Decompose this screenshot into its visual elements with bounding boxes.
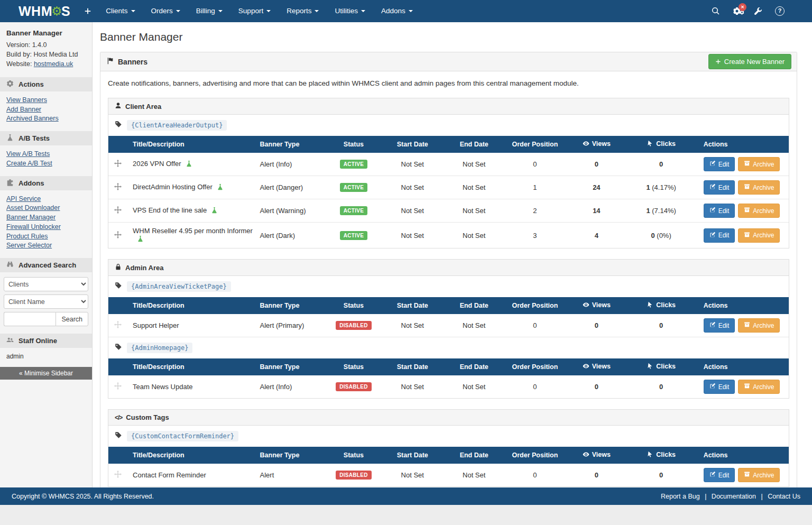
- edit-button[interactable]: Edit: [704, 180, 735, 195]
- status-badge: ACTIVE: [340, 183, 367, 192]
- sidebar-link-view-banners[interactable]: View Banners: [6, 96, 47, 105]
- website-link[interactable]: hostmedia.uk: [34, 60, 73, 68]
- sidebar-link-create-ab-test[interactable]: Create A/B Test: [6, 159, 52, 169]
- views-cell: 0: [571, 314, 622, 337]
- sidebar-link-api-service[interactable]: API Service: [6, 195, 41, 204]
- status-cell: ACTIVE: [331, 153, 376, 176]
- sidebar-section-advanced-search: Advanced Search: [0, 258, 92, 272]
- panel-title: Banners: [107, 57, 147, 66]
- drag-cell: [108, 223, 127, 248]
- users-icon: [6, 336, 14, 345]
- move-icon[interactable]: [114, 161, 122, 169]
- create-new-banner-button[interactable]: Create New Banner: [708, 54, 791, 69]
- banner-type-cell: Alert (Info): [257, 375, 332, 398]
- archive-button[interactable]: Archive: [738, 204, 780, 218]
- banner-title: 2026 VPN Offer: [133, 160, 181, 168]
- status-badge: ACTIVE: [340, 231, 367, 240]
- section-header-client-area: Client Area: [108, 98, 789, 115]
- search-type-select[interactable]: Clients: [4, 277, 88, 291]
- move-icon[interactable]: [114, 232, 122, 240]
- sidebar-link-add-banner[interactable]: Add Banner: [6, 105, 41, 115]
- banner-table: Title/DescriptionBanner TypeStatusStart …: [108, 447, 789, 486]
- archive-button[interactable]: Archive: [738, 380, 780, 394]
- clicks-cell: 0: [622, 314, 700, 337]
- gear-icon: [6, 80, 14, 89]
- pencil-square-icon: [709, 160, 716, 168]
- edit-button[interactable]: Edit: [704, 318, 735, 333]
- search-field-select[interactable]: Client Name: [4, 294, 88, 309]
- move-icon[interactable]: [114, 207, 122, 215]
- help-icon[interactable]: ?: [775, 6, 785, 16]
- footer: Copyright © WHMCS 2025. All Rights Reser…: [0, 487, 812, 505]
- sidebar-link-product-rules[interactable]: Product Rules: [6, 232, 48, 242]
- views-cell: 14: [571, 199, 622, 223]
- edit-button[interactable]: Edit: [704, 228, 735, 243]
- banner-title: WHM Reseller 4.95 per month Informer: [133, 227, 253, 235]
- archive-button[interactable]: Archive: [738, 468, 780, 482]
- column-header: Actions: [700, 297, 789, 314]
- edit-button[interactable]: Edit: [704, 204, 735, 218]
- banner-title: DirectAdmin Hosting Offer: [133, 183, 213, 191]
- edit-button[interactable]: Edit: [704, 468, 735, 482]
- banner-title-cell: VPS End of the line sale: [127, 199, 257, 223]
- whmcs-logo[interactable]: WHM⚙S: [19, 4, 70, 19]
- eye-icon: [583, 301, 589, 310]
- archive-button[interactable]: Archive: [738, 318, 780, 333]
- sidebar-link-archived-banners[interactable]: Archived Banners: [6, 114, 59, 124]
- sidebar-link-view-ab-tests[interactable]: View A/B Tests: [6, 150, 50, 159]
- footer-link-report-a-bug[interactable]: Report a Bug: [661, 493, 700, 500]
- column-header: Banner Type: [257, 447, 332, 464]
- banner-title-cell: 2026 VPN Offer: [127, 153, 257, 176]
- menu-billing[interactable]: Billing: [188, 0, 230, 22]
- footer-link-documentation[interactable]: Documentation: [712, 493, 756, 500]
- sidebar: Banner Manager Version: 1.4.0 Build by: …: [0, 22, 93, 487]
- edit-button[interactable]: Edit: [704, 380, 735, 394]
- edit-button[interactable]: Edit: [704, 157, 735, 171]
- search-input[interactable]: [4, 312, 56, 326]
- views-cell: 4: [571, 223, 622, 248]
- actions-links: View Banners Add Banner Archived Banners: [0, 91, 92, 126]
- system-settings-icon[interactable]: ✕: [733, 7, 741, 15]
- archive-button[interactable]: Archive: [738, 157, 780, 171]
- sidebar-link-banner-manager[interactable]: Banner Manager: [6, 213, 56, 223]
- banner-sections: Client Area{ClientAreaHeaderOutput}Title…: [108, 98, 789, 487]
- logo-text-left: WHM: [19, 4, 52, 19]
- menu-utilities[interactable]: Utilities: [327, 0, 373, 22]
- move-icon[interactable]: [114, 184, 122, 192]
- drag-cell: [108, 176, 127, 199]
- banner-title-cell: DirectAdmin Hosting Offer: [127, 176, 257, 199]
- menu-support[interactable]: Support: [230, 0, 279, 22]
- menu-addons[interactable]: Addons: [373, 0, 421, 22]
- ab-tests-links: View A/B Tests Create A/B Test: [0, 145, 92, 171]
- menu-orders[interactable]: Orders: [143, 0, 188, 22]
- move-icon[interactable]: [114, 383, 122, 391]
- move-icon[interactable]: [114, 322, 122, 330]
- column-header: Title/Description: [127, 447, 257, 464]
- menu-clients[interactable]: Clients: [98, 0, 143, 22]
- archive-button[interactable]: Archive: [738, 180, 780, 195]
- banner-type-cell: Alert: [257, 464, 332, 486]
- minimise-sidebar-button[interactable]: « Minimise Sidebar: [0, 367, 92, 380]
- sidebar-link-asset-downloader[interactable]: Asset Downloader: [6, 204, 60, 213]
- order-position-cell: 0: [499, 464, 571, 486]
- archive-button[interactable]: Archive: [738, 228, 780, 243]
- copyright-text: Copyright © WHMCS 2025. All Rights Reser…: [12, 493, 154, 500]
- banner-row: Support HelperAlert (Primary)DISABLEDNot…: [108, 314, 789, 337]
- quick-add-icon[interactable]: [84, 7, 91, 15]
- move-icon[interactable]: [114, 472, 122, 480]
- clicks-cell: 0: [622, 464, 700, 486]
- sidebar-link-server-selector[interactable]: Server Selector: [6, 241, 52, 251]
- search-button[interactable]: Search: [56, 312, 88, 326]
- menu-reports[interactable]: Reports: [279, 0, 327, 22]
- wrench-icon[interactable]: [754, 7, 762, 15]
- banner-title: VPS End of the line sale: [133, 206, 207, 214]
- logo-text-right: S: [61, 4, 70, 19]
- banner-type-cell: Alert (Dark): [257, 223, 332, 248]
- drag-column-header: [108, 136, 127, 153]
- banner-title-cell: Support Helper: [127, 314, 257, 337]
- search-icon[interactable]: [712, 7, 720, 15]
- footer-link-contact-us[interactable]: Contact Us: [768, 493, 800, 500]
- order-position-cell: 0: [499, 375, 571, 398]
- code-icon: </>: [115, 414, 122, 421]
- sidebar-link-firewall-unblocker[interactable]: Firewall Unblocker: [6, 223, 61, 232]
